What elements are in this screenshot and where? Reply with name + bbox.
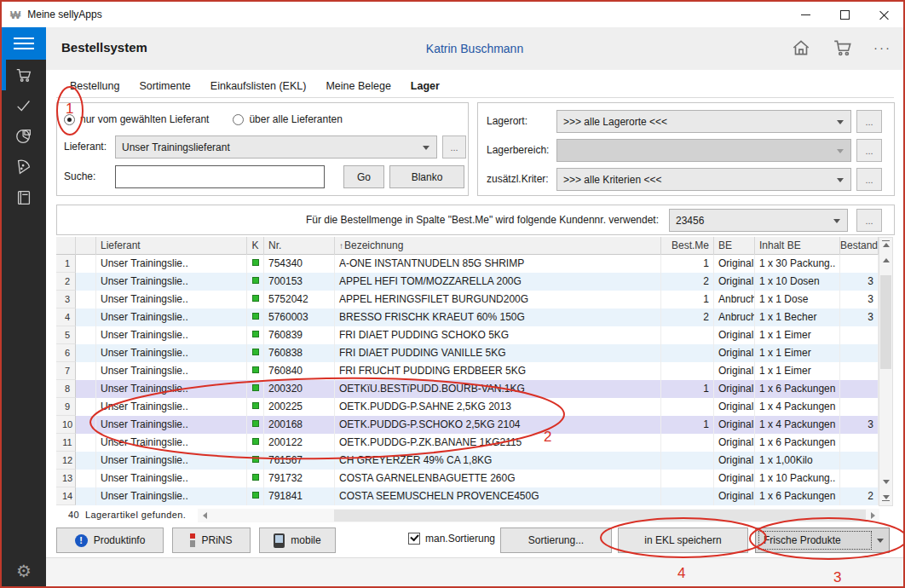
cell [840, 470, 879, 487]
table-row[interactable]: 7Unser Trainingslie..760840FRI FRUCHT PU… [56, 362, 879, 380]
frische-produkte-dropdown[interactable]: Frische Produkte [755, 527, 890, 553]
menu-button[interactable] [2, 27, 46, 60]
table-row[interactable]: 8Unser Trainingslie..200320OETKïU.BESTïP… [56, 380, 879, 398]
cell: 791841 [264, 487, 335, 505]
sidebar-item-bestellsystem[interactable] [2, 60, 46, 90]
radio-ueber-alle-lieferanten[interactable]: über alle Lieferanten [233, 113, 342, 125]
go-button[interactable]: Go [343, 165, 384, 188]
cell: OETK.PUDDG-P.SCHOKO 2,5KG 2104 [335, 416, 661, 434]
vertical-scrollbar[interactable] [879, 237, 893, 506]
column-header-Bestand[interactable]: Bestand [840, 237, 879, 255]
column-header-BE[interactable]: BE [714, 237, 755, 255]
maximize-button[interactable] [825, 2, 864, 27]
lagerbereich-dropdown[interactable] [556, 139, 851, 162]
tab-bestellung[interactable]: Bestellung [70, 77, 119, 97]
column-header-blank[interactable] [76, 237, 96, 255]
table-row[interactable]: 1Unser Trainingslie..754340A-ONE INSTANT… [56, 255, 879, 273]
column-header-blank[interactable] [56, 237, 76, 255]
radio-nur-vom-gewaehlten-lieferant[interactable]: nur vom gewählten Lieferant [64, 113, 209, 125]
suche-input[interactable] [115, 165, 325, 188]
man-sortierung-checkbox[interactable]: man.Sortierung [408, 533, 495, 545]
window-controls [786, 2, 903, 27]
table-row[interactable]: 4Unser Trainingslie..5760003BRESSO FRISC… [56, 308, 879, 326]
column-header-Bezeichnung[interactable]: ↑Bezeichnung [335, 237, 661, 255]
ekl-speichern-button[interactable]: in EKL speichern [618, 527, 748, 553]
vertical-scroll-thumb[interactable] [880, 275, 891, 369]
tab-einkaufslisten[interactable]: Einkaufslisten (EKL) [210, 77, 307, 97]
cell: 1 x 10 Packung.. [755, 470, 840, 487]
cell: 1 [661, 380, 714, 398]
prins-button[interactable]: PRiNS [172, 527, 251, 553]
scroll-down-icon [883, 480, 890, 484]
k-status-icon [252, 384, 259, 391]
table-row[interactable]: 2Unser Trainingslie..700153APPEL HEFI TO… [56, 273, 879, 291]
scroll-left-button[interactable] [198, 509, 211, 522]
cell: Unser Trainingslie.. [96, 470, 247, 487]
column-header-Lieferant[interactable]: Lieferant [96, 237, 247, 255]
tab-lager[interactable]: Lager [411, 77, 440, 97]
table-row[interactable]: 13Unser Trainingslie..791732COSTA GARNEL… [56, 470, 879, 487]
kundennr-browse-button[interactable]: ... [856, 209, 882, 232]
info-icon: ! [75, 534, 88, 547]
column-header-Inhalt BE[interactable]: Inhalt BE [755, 237, 840, 255]
sidebar-item-tasks[interactable] [2, 90, 46, 121]
produktinfo-button[interactable]: !Produktinfo [56, 527, 164, 553]
sortierung-button[interactable]: Sortierung... [500, 527, 612, 553]
lagerort-browse-button[interactable]: ... [856, 110, 882, 133]
table-row[interactable]: 5Unser Trainingslie..760839FRI DIAET PUD… [56, 326, 879, 344]
sidebar: ⚙ [2, 27, 46, 586]
scroll-to-top-button[interactable] [879, 238, 892, 251]
column-header-Best.Me[interactable]: Best.Me [661, 237, 714, 255]
cart-icon[interactable] [831, 37, 855, 59]
cell: 200168 [264, 416, 335, 434]
tab-sortimente[interactable]: Sortimente [139, 77, 190, 97]
cell: OETK.PUDDG-P.ZK.BANANE 1KG2115 [335, 434, 661, 452]
settings-button[interactable]: ⚙ [2, 561, 46, 581]
sidebar-item-catalog[interactable] [2, 182, 46, 213]
cell [661, 470, 714, 487]
lieferant-dropdown[interactable]: Unser Trainingslieferant [115, 135, 437, 159]
minimize-button[interactable] [786, 2, 825, 27]
horizontal-scroll-thumb[interactable] [334, 510, 866, 522]
table-rows: 1Unser Trainingslie..754340A-ONE INSTANT… [56, 255, 879, 505]
sidebar-item-statistics[interactable] [2, 121, 46, 152]
sidebar-item-products[interactable] [2, 152, 46, 182]
column-header-Nr.[interactable]: Nr. [264, 237, 335, 255]
cell: 11 [56, 434, 76, 452]
lagerbereich-browse-button[interactable]: ... [856, 139, 882, 162]
tab-meine-belege[interactable]: Meine Belege [326, 77, 390, 97]
lagerort-dropdown[interactable]: >>> alle Lagerorte <<< [556, 110, 851, 133]
cell [76, 434, 96, 452]
table-row[interactable]: 11Unser Trainingslie..200122OETK.PUDDG-P… [56, 434, 879, 452]
radio-icon [64, 114, 75, 125]
scroll-to-bottom-button[interactable] [879, 490, 892, 504]
scroll-down-button[interactable] [879, 475, 892, 488]
radio-icon [233, 114, 244, 125]
table-row[interactable]: 10Unser Trainingslie..200168OETK.PUDDG-P… [56, 416, 879, 434]
cell [661, 344, 714, 362]
close-button[interactable] [864, 2, 903, 27]
column-header-K[interactable]: K [247, 237, 264, 255]
mobile-button[interactable]: mobile [259, 527, 336, 553]
lieferant-browse-button[interactable]: ... [442, 135, 466, 159]
blanko-button[interactable]: Blanko [389, 165, 464, 188]
kundennr-dropdown[interactable]: 23456 [669, 209, 848, 232]
table-row[interactable]: 12Unser Trainingslie..761567CH GREYERZER… [56, 452, 879, 470]
cell: Unser Trainingslie.. [96, 362, 247, 380]
table-row[interactable]: 3Unser Trainingslie..5752042APPEL HERING… [56, 291, 879, 308]
scroll-right-button[interactable] [866, 509, 879, 522]
table-row[interactable]: 6Unser Trainingslie..760838FRI DIAET PUD… [56, 344, 879, 362]
cell: CH GREYERZER 49% CA 1,8KG [335, 452, 661, 470]
table-row[interactable]: 14Unser Trainingslie..791841COSTA SEEMUS… [56, 487, 879, 505]
lagerort-label: Lagerort: [487, 115, 527, 127]
cart-icon [14, 66, 33, 84]
cell [840, 255, 879, 273]
table-row[interactable]: 9Unser Trainingslie..200225OETK.PUDDG-P.… [56, 398, 879, 416]
more-icon[interactable]: ··· [873, 36, 891, 60]
zusaetzl-kriter-dropdown[interactable]: >>> alle Kriterien <<< [556, 168, 851, 191]
zusaetzl-kriter-browse-button[interactable]: ... [856, 168, 882, 191]
table-header[interactable]: LieferantKNr.↑BezeichnungBest.MeBEInhalt… [56, 237, 879, 255]
home-icon[interactable] [790, 37, 812, 59]
horizontal-scrollbar[interactable] [198, 509, 879, 522]
scroll-up-button[interactable] [879, 253, 892, 267]
